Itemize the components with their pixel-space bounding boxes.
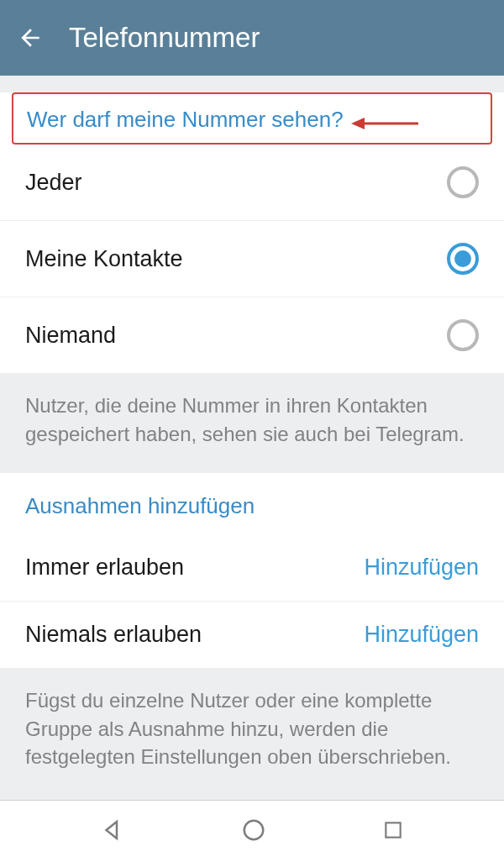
exception-label: Immer erlauben (25, 555, 184, 581)
nav-home-icon[interactable] (241, 817, 266, 846)
visibility-option-contacts[interactable]: Meine Kontakte (0, 221, 504, 297)
exceptions-section: Ausnahmen hinzufügen Immer erlauben Hinz… (0, 473, 504, 668)
annotation-arrow-icon (351, 113, 418, 137)
svg-point-2 (244, 820, 264, 839)
android-nav-bar (0, 800, 504, 862)
page-title: Telefonnummer (69, 22, 260, 54)
radio-unchecked-icon (447, 319, 479, 351)
nav-recent-icon[interactable] (382, 819, 404, 844)
exception-never-allow[interactable]: Niemals erlauben Hinzufügen (0, 602, 504, 668)
svg-marker-1 (351, 118, 365, 129)
add-link[interactable]: Hinzufügen (364, 622, 479, 648)
visibility-info-text: Nutzer, die deine Nummer in ihren Kontak… (0, 373, 504, 473)
svg-rect-3 (386, 823, 400, 837)
exception-label: Niemals erlauben (25, 622, 202, 648)
app-header: Telefonnummer (0, 0, 504, 76)
back-arrow-icon[interactable] (17, 24, 44, 51)
visibility-option-nobody[interactable]: Niemand (0, 297, 504, 373)
option-label: Jeder (25, 170, 82, 196)
option-label: Meine Kontakte (25, 246, 183, 272)
add-link[interactable]: Hinzufügen (364, 555, 479, 581)
radio-unchecked-icon (447, 166, 479, 198)
exceptions-section-title: Ausnahmen hinzufügen (0, 473, 504, 534)
section-highlight: Wer darf meine Nummer sehen? (12, 92, 492, 145)
radio-checked-icon (447, 243, 479, 275)
nav-back-icon[interactable] (100, 817, 125, 846)
visibility-section: Wer darf meine Nummer sehen? Jeder Meine… (0, 92, 504, 373)
exceptions-info-text: Fügst du einzelne Nutzer oder eine kompl… (0, 668, 504, 796)
option-label: Niemand (25, 323, 116, 349)
visibility-option-everyone[interactable]: Jeder (0, 145, 504, 221)
exception-always-allow[interactable]: Immer erlauben Hinzufügen (0, 534, 504, 602)
